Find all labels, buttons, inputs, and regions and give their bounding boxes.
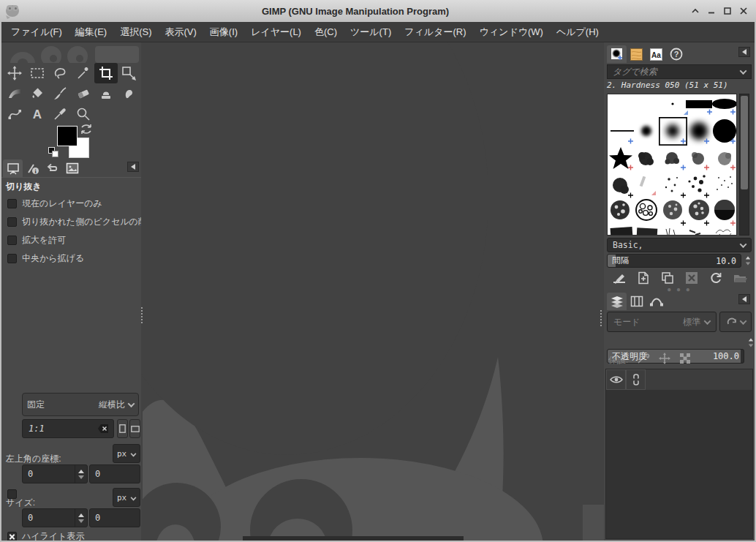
brush-tag-filter-dropdown[interactable]: Basic, (607, 238, 752, 252)
visibility-column[interactable] (606, 369, 626, 390)
paths-tool-button[interactable] (3, 104, 26, 124)
layer-mode-switch-button[interactable] (719, 312, 752, 332)
chevron-down-icon (704, 317, 711, 325)
menu-edit[interactable]: 編集(E) (69, 22, 113, 42)
clear-icon[interactable] (97, 424, 110, 434)
gradient-tool-button[interactable] (3, 83, 26, 104)
brush-spacing-slider[interactable]: 間隔 10.0 (607, 254, 741, 268)
crop-tool-button[interactable] (94, 63, 117, 83)
layer-mode-dropdown[interactable]: モード 標準 (607, 312, 717, 332)
tab-undo-history[interactable] (42, 159, 62, 177)
edit-brush-button[interactable] (611, 271, 627, 285)
move-tool-button[interactable] (3, 63, 26, 83)
layers-list[interactable] (605, 369, 753, 539)
duplicate-brush-button[interactable] (659, 271, 676, 285)
menu-filters[interactable]: フィルター(R) (398, 22, 472, 42)
color-picker-tool-button[interactable] (49, 104, 72, 124)
swap-colors-icon[interactable] (80, 124, 93, 135)
magnifier-icon (75, 106, 91, 122)
foreground-color-swatch[interactable] (57, 126, 78, 146)
brush-thumbnails (608, 94, 736, 235)
brushes-dock-menu-button[interactable] (738, 47, 750, 57)
text-tool-button[interactable]: A (26, 104, 48, 124)
clone-tool-button[interactable] (94, 83, 117, 104)
checkbox-expand-from-center[interactable]: 中央から拡げる (1, 249, 141, 268)
tab-images[interactable] (62, 159, 82, 177)
position-unit-dropdown[interactable]: px (113, 444, 140, 463)
brushes-dock-tabs: Aa ? (607, 44, 695, 63)
link-column[interactable] (626, 369, 646, 390)
portrait-orientation-button[interactable] (117, 419, 128, 438)
clone-stamp-icon (98, 86, 114, 102)
position-x-spinner[interactable]: 0 (22, 464, 88, 483)
tab-tool-options[interactable] (3, 159, 23, 177)
aspect-ratio-input[interactable]: 1:1 (22, 419, 114, 438)
smudge-tool-button[interactable] (118, 83, 140, 104)
menu-help[interactable]: ヘルプ(H) (550, 22, 605, 42)
layers-dock-menu-button[interactable] (738, 294, 750, 304)
spinner-arrows[interactable] (75, 465, 87, 483)
tab-patterns[interactable] (627, 45, 646, 63)
size-width-spinner[interactable]: 0 (22, 508, 88, 527)
tab-paths[interactable] (646, 293, 666, 310)
position-y-spinner[interactable]: 0 (89, 464, 140, 483)
tab-layers[interactable] (607, 293, 627, 310)
fuzzy-select-tool-button[interactable] (72, 63, 94, 83)
scrollbar-thumb[interactable] (741, 96, 748, 189)
opacity-spinner[interactable] (745, 335, 755, 350)
close-button[interactable] (737, 4, 750, 18)
menu-view[interactable]: 表示(V) (159, 22, 203, 42)
paintbrush-tool-button[interactable] (49, 83, 72, 104)
spacing-spinner[interactable] (742, 254, 754, 268)
menu-file[interactable]: ファイル(F) (4, 22, 69, 42)
delete-brush-button[interactable] (684, 271, 700, 285)
tab-device-status[interactable]: i (23, 159, 42, 177)
menu-layer[interactable]: レイヤー(L) (244, 22, 308, 42)
minimize-button[interactable] (705, 4, 718, 18)
titlebar[interactable]: GIMP (GNU Image Manipulation Program) (0, 0, 756, 22)
menu-select[interactable]: 選択(S) (113, 22, 158, 42)
new-brush-button[interactable] (635, 271, 651, 285)
size-label: サイズ: (6, 497, 35, 509)
tab-channels[interactable] (627, 293, 646, 310)
menu-windows[interactable]: ウィンドウ(W) (472, 22, 549, 42)
refresh-brushes-button[interactable] (708, 271, 724, 285)
layer-opacity-slider[interactable]: 不透明度 100.0 (607, 349, 744, 364)
spinner-arrows[interactable] (75, 509, 87, 527)
menu-tools[interactable]: ツール(T) (344, 22, 398, 42)
size-unit-dropdown[interactable]: px (113, 488, 140, 507)
tab-help[interactable]: ? (666, 45, 686, 63)
menu-image[interactable]: 画像(I) (203, 22, 244, 42)
tool-options-dock-menu-button[interactable] (127, 162, 139, 172)
wilber-strip[interactable] (1, 42, 141, 63)
bucket-fill-tool-button[interactable] (26, 83, 48, 104)
eraser-tool-button[interactable] (72, 83, 94, 104)
checkbox-delete-cropped-pixels[interactable]: 切り抜かれた側のピクセルの削除 (1, 213, 141, 231)
default-colors-icon[interactable] (48, 147, 58, 157)
landscape-orientation-button[interactable] (129, 419, 140, 438)
edit-brush-icon (612, 271, 627, 285)
brush-tag-search-input[interactable]: タグで検索 (607, 64, 752, 79)
unified-transform-tool-button[interactable] (118, 63, 140, 83)
checkbox-highlight[interactable]: ハイライト表示 (1, 527, 141, 541)
maximize-button[interactable] (721, 4, 734, 18)
left-pane-resize-handle[interactable] (141, 307, 145, 323)
shade-button[interactable] (689, 4, 702, 18)
canvas-area[interactable] (141, 42, 604, 541)
checkbox-allow-growing[interactable]: 拡大を許可 (1, 231, 141, 249)
zoom-tool-button[interactable] (72, 104, 94, 124)
tab-fonts[interactable]: Aa (646, 45, 666, 63)
open-brush-as-image-button[interactable] (732, 271, 748, 285)
size-height-spinner[interactable]: 0 (89, 508, 140, 527)
fixed-group[interactable]: 固定 縦横比 (22, 393, 139, 416)
tab-brushes[interactable] (607, 45, 627, 63)
rectangle-select-tool-button[interactable] (26, 63, 48, 83)
brush-grid-scrollbar[interactable] (739, 94, 749, 236)
menu-colors[interactable]: 色(C) (308, 22, 344, 42)
brush-grid[interactable] (607, 94, 737, 236)
free-select-tool-button[interactable] (49, 63, 72, 83)
brushes-icon (611, 48, 624, 61)
checkbox-current-layer-only[interactable]: 現在のレイヤーのみ (1, 195, 141, 213)
layers-list-header-row (606, 369, 752, 390)
window-title: GIMP (GNU Image Manipulation Program) (22, 6, 689, 17)
